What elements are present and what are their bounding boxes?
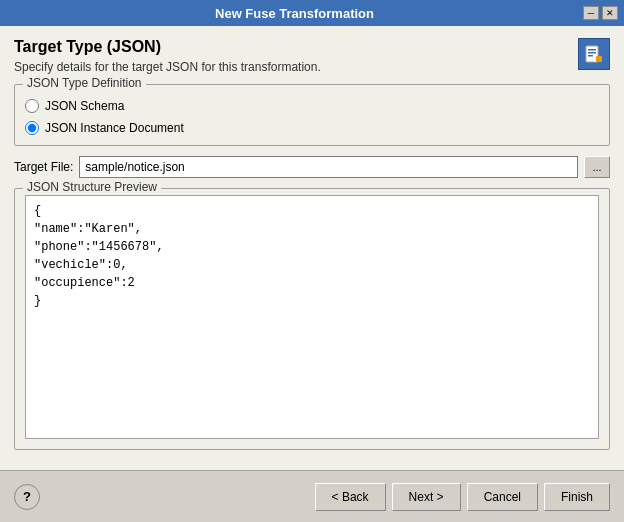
preview-group-label: JSON Structure Preview <box>23 180 161 194</box>
page-title: Target Type (JSON) <box>14 38 578 56</box>
back-button[interactable]: < Back <box>315 483 386 511</box>
finish-button[interactable]: Finish <box>544 483 610 511</box>
dialog-title: New Fuse Transformation <box>6 6 583 21</box>
minimize-button[interactable]: ─ <box>583 6 599 20</box>
target-file-label: Target File: <box>14 160 73 174</box>
json-schema-label[interactable]: JSON Schema <box>45 99 124 113</box>
svg-rect-3 <box>588 55 593 57</box>
svg-rect-1 <box>588 49 596 51</box>
page-header: Target Type (JSON) Specify details for t… <box>14 38 610 74</box>
page-subtitle: Specify details for the target JSON for … <box>14 60 578 74</box>
json-instance-label[interactable]: JSON Instance Document <box>45 121 184 135</box>
button-bar: ? < Back Next > Cancel Finish <box>0 470 624 522</box>
svg-rect-4 <box>596 56 602 62</box>
page-header-text: Target Type (JSON) Specify details for t… <box>14 38 578 74</box>
title-bar: New Fuse Transformation ─ ✕ <box>0 0 624 26</box>
json-instance-radio[interactable] <box>25 121 39 135</box>
target-file-input[interactable] <box>79 156 578 178</box>
dialog-content: Target Type (JSON) Specify details for t… <box>0 26 624 470</box>
target-file-row: Target File: ... <box>14 156 610 178</box>
json-preview: { "name":"Karen", "phone":"1456678", "ve… <box>25 195 599 439</box>
title-bar-controls: ─ ✕ <box>583 6 618 20</box>
svg-rect-2 <box>588 52 596 54</box>
json-schema-radio[interactable] <box>25 99 39 113</box>
cancel-button[interactable]: Cancel <box>467 483 538 511</box>
preview-group: JSON Structure Preview { "name":"Karen",… <box>14 188 610 450</box>
browse-button[interactable]: ... <box>584 156 610 178</box>
page-icon <box>578 38 610 70</box>
json-instance-row: JSON Instance Document <box>25 121 599 135</box>
json-schema-row: JSON Schema <box>25 99 599 113</box>
json-type-group: JSON Type Definition JSON Schema JSON In… <box>14 84 610 146</box>
help-button[interactable]: ? <box>14 484 40 510</box>
json-type-group-label: JSON Type Definition <box>23 76 146 90</box>
close-button[interactable]: ✕ <box>602 6 618 20</box>
help-section: ? <box>14 484 40 510</box>
next-button[interactable]: Next > <box>392 483 461 511</box>
navigation-buttons: < Back Next > Cancel Finish <box>315 483 610 511</box>
